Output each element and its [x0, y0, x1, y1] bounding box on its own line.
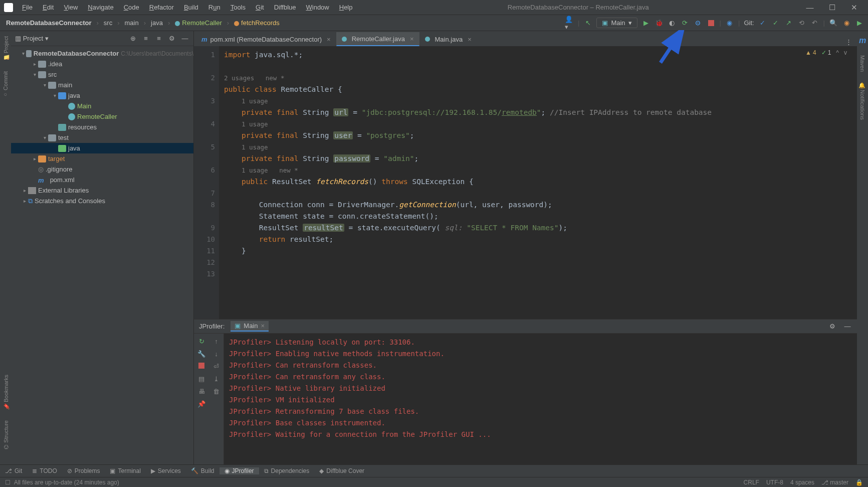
st-services[interactable]: ▶ Services: [146, 467, 186, 474]
menu-tools[interactable]: Tools: [227, 3, 250, 12]
build-hammer-icon[interactable]: ↖: [583, 19, 592, 28]
layout-icon[interactable]: ▤: [198, 375, 204, 383]
footer-eol[interactable]: CRLF: [744, 479, 759, 486]
tree-remotecaller[interactable]: RemoteCaller: [11, 111, 193, 122]
tab-main[interactable]: Main.java×: [419, 32, 477, 46]
tree-test-java[interactable]: java: [11, 143, 193, 153]
tree-main-class[interactable]: Main: [11, 101, 193, 111]
menu-file[interactable]: File: [18, 3, 37, 12]
menu-build[interactable]: Build: [180, 3, 202, 12]
breadcrumb[interactable]: RemoteDatabaseConnector src main java Re…: [4, 19, 565, 27]
tree-idea[interactable]: ▸.idea: [11, 59, 193, 69]
inspection-summary[interactable]: 4 1 ^v: [805, 49, 847, 56]
panel-hide-icon[interactable]: —: [843, 322, 852, 331]
menu-view[interactable]: View: [60, 3, 82, 12]
git-push-icon[interactable]: ↗: [784, 19, 793, 28]
clear-icon[interactable]: 🗑: [213, 388, 220, 395]
menu-run[interactable]: Run: [204, 3, 225, 12]
line-gutter[interactable]: 1 2 3 4 5 6 78 91011 1213: [194, 46, 219, 319]
menu-navigate[interactable]: Navigate: [84, 3, 117, 12]
rerun-icon[interactable]: ↻: [199, 338, 204, 345]
search-icon[interactable]: 🔍: [829, 19, 838, 28]
collapse-icon[interactable]: ≡: [154, 34, 163, 43]
git-rollback-icon[interactable]: ↶: [810, 19, 819, 28]
git-commit-icon[interactable]: ✓: [771, 19, 780, 28]
jprofiler-icon[interactable]: ⊙: [694, 19, 703, 28]
menu-help[interactable]: Help: [335, 3, 357, 12]
menu-window[interactable]: Window: [302, 3, 333, 12]
st-todo[interactable]: ≣ TODO: [27, 467, 62, 474]
st-git[interactable]: ⎇ Git: [0, 467, 27, 474]
st-terminal[interactable]: ▣ Terminal: [105, 467, 145, 474]
tree-resources[interactable]: resources: [11, 122, 193, 132]
toolwin-maven[interactable]: Maven: [859, 55, 865, 72]
st-diffblue[interactable]: ◆ Diffblue Cover: [314, 467, 369, 474]
crumb-java[interactable]: java: [149, 19, 165, 27]
close-icon[interactable]: ✕: [844, 3, 864, 12]
tree-scratches[interactable]: ▸⧉Scratches and Consoles: [11, 196, 193, 206]
profile-icon[interactable]: ⟳: [681, 19, 690, 28]
menu-git[interactable]: Git: [252, 3, 268, 12]
menu-code[interactable]: Code: [120, 3, 143, 12]
git-update-icon[interactable]: ✓: [758, 19, 767, 28]
ai-assist-icon[interactable]: ◉: [842, 19, 851, 28]
st-deps[interactable]: ⧉ Dependencies: [259, 467, 315, 474]
toolwin-structure[interactable]: ⌬ Structure: [3, 420, 9, 449]
tree-test[interactable]: ▾test: [11, 132, 193, 143]
maximize-icon[interactable]: ☐: [822, 3, 842, 12]
tree-ext-lib[interactable]: ▸External Libraries: [11, 185, 193, 196]
st-problems[interactable]: ⊘ Problems: [62, 467, 105, 474]
git-history-icon[interactable]: ⟲: [797, 19, 806, 28]
toolwin-project[interactable]: 📁 Project: [3, 36, 9, 61]
toolwin-bookmarks[interactable]: 🔖 Bookmarks: [3, 375, 9, 410]
tab-close-icon[interactable]: ×: [468, 36, 472, 43]
menu-edit[interactable]: Edit: [39, 3, 58, 12]
down-icon[interactable]: ↓: [214, 350, 218, 358]
tree-main[interactable]: ▾main: [11, 80, 193, 90]
wrench-icon[interactable]: 🔧: [197, 350, 205, 358]
crumb-class[interactable]: RemoteCaller: [173, 19, 224, 27]
expand-icon[interactable]: ≡: [141, 34, 150, 43]
add-user-icon[interactable]: 👤▾: [565, 19, 574, 28]
minimize-icon[interactable]: —: [800, 3, 820, 12]
tab-options-icon[interactable]: ⋮: [844, 37, 853, 46]
tree-pom[interactable]: m pom.xml: [11, 175, 193, 185]
toolwin-maven-icon[interactable]: m: [859, 36, 866, 45]
footer-encoding[interactable]: UTF-8: [766, 479, 783, 486]
menu-diffblue[interactable]: Diffblue: [270, 3, 300, 12]
print-icon[interactable]: 🖶: [198, 388, 205, 395]
tree-src[interactable]: ▾src: [11, 69, 193, 80]
tab-close-icon[interactable]: ×: [327, 36, 331, 43]
tab-pom[interactable]: mpom.xml (RemoteDatabaseConnector)×: [196, 32, 336, 46]
panel-gear-icon[interactable]: ⚙: [828, 322, 837, 331]
debug-icon[interactable]: 🐞: [655, 19, 664, 28]
scroll-icon[interactable]: ⤓: [213, 375, 219, 383]
footer-branch[interactable]: ⎇ master: [821, 479, 848, 486]
settings-icon[interactable]: ⚙: [167, 34, 176, 43]
menu-refactor[interactable]: Refactor: [145, 3, 178, 12]
run-icon[interactable]: ▶: [641, 19, 650, 28]
code-editor[interactable]: import java.sql.*; 2 usages new * public…: [219, 46, 857, 319]
tree-gitignore[interactable]: ◎.gitignore: [11, 164, 193, 175]
crumb-main[interactable]: main: [123, 19, 141, 27]
soft-wrap-icon[interactable]: ⏎: [213, 363, 219, 370]
pin-icon[interactable]: 📌: [197, 400, 205, 408]
tab-remotecaller[interactable]: RemoteCaller.java×: [336, 32, 419, 46]
footer-indent[interactable]: 4 spaces: [790, 479, 814, 486]
project-tree[interactable]: ▾RemoteDatabaseConnectorC:\Users\beart\D…: [11, 46, 193, 464]
code-with-me-icon[interactable]: ◉: [725, 19, 734, 28]
crumb-src[interactable]: src: [102, 19, 114, 27]
run-config-select[interactable]: ▣Main▾: [596, 18, 637, 28]
st-jprofiler[interactable]: ◉ JProfiler: [220, 467, 259, 474]
hide-icon[interactable]: —: [180, 34, 189, 43]
footer-lock-icon[interactable]: 🔒: [855, 479, 863, 486]
toolwin-commit[interactable]: ○ Commit: [3, 71, 9, 98]
coverage-icon[interactable]: ◐: [668, 19, 677, 28]
jprofiler-tab-main[interactable]: ▣Main×: [231, 321, 269, 332]
stop-icon[interactable]: [707, 19, 716, 28]
locate-icon[interactable]: ⊕: [128, 34, 137, 43]
tree-root[interactable]: ▾RemoteDatabaseConnectorC:\Users\beart\D…: [11, 48, 193, 59]
tree-target[interactable]: ▸target: [11, 153, 193, 164]
stop-run-icon[interactable]: [198, 363, 204, 370]
crumb-root[interactable]: RemoteDatabaseConnector: [4, 19, 94, 27]
